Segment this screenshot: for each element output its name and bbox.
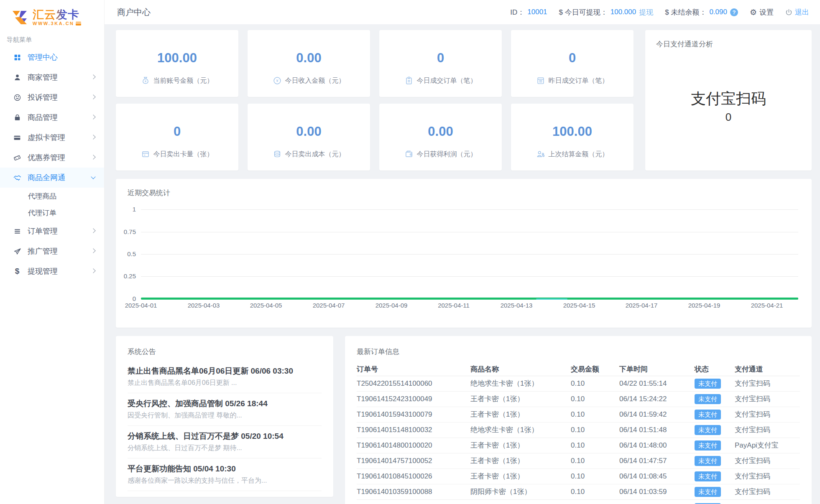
announcement-item[interactable]: 禁止出售商品黑名单06月06日更新 06/06 03:30 禁止出售商品黑名单0… bbox=[128, 361, 322, 393]
logo[interactable]: 汇云发卡 WWW.3KA.CN bbox=[0, 0, 104, 29]
pay-channel-count: 0 bbox=[645, 111, 812, 124]
logo-icon bbox=[10, 8, 29, 27]
table-row: T250422015514100060绝地求生卡密（1张） 0.1004/22 … bbox=[357, 376, 800, 391]
menu-icon bbox=[13, 227, 22, 235]
stat-card-cost-today: 0.00 今日卖出成本（元） bbox=[248, 104, 370, 171]
sidebar-subitem-agent-products[interactable]: 代理商品 bbox=[0, 188, 104, 204]
stat-card-orders-today: 0 今日成交订单（笔） bbox=[379, 30, 502, 97]
sidebar-item-label: 提现管理 bbox=[28, 266, 58, 276]
sidebar-item-orders[interactable]: 订单管理 bbox=[0, 221, 104, 241]
stat-value: 0 bbox=[569, 51, 576, 65]
sidebar-subitem-label: 代理商品 bbox=[28, 191, 56, 201]
unsettled-balance: $ 未结余额： 0.090 ? bbox=[665, 8, 738, 17]
card-icon bbox=[76, 22, 81, 25]
clipboard-icon bbox=[404, 76, 414, 85]
x-tick: 2025-04-05 bbox=[243, 302, 289, 309]
sidebar-item-product-network[interactable]: 商品全网通 bbox=[0, 168, 104, 188]
announcement-item[interactable]: 禁止出售商品黑名单05月01日更新 05/01 10:00 禁止出售商品黑名单0… bbox=[128, 491, 322, 497]
stat-label: 今日收入金额（元） bbox=[285, 76, 345, 85]
stat-label: 今日卖出成本（元） bbox=[285, 150, 345, 159]
latest-orders-panel: 最新订单信息 订单号 商品名称 交易金额 下单时间 状态 支付通道 T25042 bbox=[345, 336, 812, 504]
stat-card-profit-today: 0.00 今日获得利润（元） bbox=[379, 104, 502, 171]
stat-value: 0.00 bbox=[296, 125, 321, 139]
x-tick: 2025-04-07 bbox=[306, 302, 352, 309]
yen-circle-icon: ¥ bbox=[273, 76, 282, 85]
stat-card-cards-sold: 0 今日卖出卡量（张） bbox=[116, 104, 238, 171]
card-out-icon bbox=[141, 150, 150, 159]
status-badge: 未支付 bbox=[695, 379, 721, 389]
sidebar-item-coupons[interactable]: 优惠券管理 bbox=[0, 148, 104, 168]
y-tick: 0.25 bbox=[116, 272, 136, 280]
logo-site: WWW.3KA.CN bbox=[33, 21, 74, 26]
table-row: T190614010359100088阴阳师卡密（1张） 0.1006/14 0… bbox=[357, 484, 800, 499]
latest-orders-title: 最新订单信息 bbox=[357, 347, 800, 356]
sidebar-item-withdrawal[interactable]: $ 提现管理 bbox=[0, 261, 104, 281]
status-badge: 未支付 bbox=[695, 425, 721, 435]
merchant-id-value: 10001 bbox=[527, 8, 547, 16]
chevron-right-icon bbox=[91, 115, 95, 119]
x-tick: 2025-04-13 bbox=[493, 302, 539, 309]
sidebar-item-promotion[interactable]: 推广管理 bbox=[0, 241, 104, 261]
x-tick: 2025-04-17 bbox=[618, 302, 664, 309]
table-row: T190614015148100032绝地求生卡密（1张） 0.1006/14 … bbox=[357, 422, 800, 438]
y-tick: 0 bbox=[116, 295, 136, 302]
withdrawable-balance: $ 今日可提现： 100.000 提现 bbox=[559, 8, 654, 17]
status-badge: 未支付 bbox=[695, 394, 721, 404]
user-icon bbox=[13, 73, 22, 81]
sidebar-item-label: 订单管理 bbox=[28, 226, 58, 236]
settings-button[interactable]: ⚙ 设置 bbox=[750, 8, 774, 17]
nav-section-label: 导航菜单 bbox=[7, 36, 104, 44]
sidebar-subitem-agent-orders[interactable]: 代理订单 bbox=[0, 204, 104, 221]
stat-value: 0 bbox=[174, 125, 181, 139]
pay-channel-title: 今日支付通道分析 bbox=[656, 39, 713, 49]
coupon-icon bbox=[13, 153, 22, 162]
stat-value: 100.00 bbox=[552, 125, 592, 139]
dollar-icon: $ bbox=[13, 267, 22, 275]
handshake-icon bbox=[13, 173, 22, 182]
pay-channel-panel: 今日支付通道分析 支付宝扫码 0 bbox=[645, 30, 812, 171]
sidebar-item-products[interactable]: 商品管理 bbox=[0, 107, 104, 127]
list-doc-icon bbox=[536, 76, 545, 85]
unsettled-value: 0.090 bbox=[709, 8, 727, 16]
page-title: 商户中心 bbox=[117, 7, 151, 18]
x-tick: 2025-04-01 bbox=[118, 302, 164, 309]
withdrawable-value: 100.000 bbox=[611, 8, 636, 16]
stat-label: 今日卖出卡量（张） bbox=[153, 150, 214, 159]
announcement-item[interactable]: 受央行风控、加强商品管制 05/26 18:44 因受央行管制、加强商品管理 尊… bbox=[128, 393, 322, 426]
x-tick: 2025-04-21 bbox=[744, 302, 790, 309]
chevron-right-icon bbox=[91, 248, 95, 253]
gear-icon: ⚙ bbox=[750, 8, 757, 16]
announcement-item[interactable]: 分销系统上线、日过百万不是梦 05/20 10:54 分销系统上线、日过百万不是… bbox=[128, 426, 322, 458]
transactions-chart-panel: 近期交易统计 1 0.75 0.5 0.25 0 2025-04-01 2025… bbox=[116, 179, 812, 328]
sidebar-item-merchants[interactable]: 商家管理 bbox=[0, 67, 104, 87]
sidebar-item-virtual-cards[interactable]: 虚拟卡管理 bbox=[0, 127, 104, 148]
stat-card-balance: 100.00 ¥ 当前账号金额（元） bbox=[116, 30, 238, 97]
bag-icon bbox=[13, 113, 22, 122]
sidebar-item-complaints[interactable]: 投诉管理 bbox=[0, 87, 104, 107]
credit-card-icon bbox=[13, 133, 22, 142]
stat-label: 上次结算金额（元） bbox=[549, 150, 609, 159]
chevron-right-icon bbox=[91, 155, 95, 159]
stat-card-orders-yesterday: 0 昨日成交订单（笔） bbox=[511, 30, 634, 97]
status-badge: 未支付 bbox=[695, 471, 721, 481]
settlement-icon bbox=[536, 150, 545, 159]
x-tick: 2025-04-11 bbox=[431, 302, 477, 309]
merchant-id: ID： 10001 bbox=[510, 8, 547, 17]
sidebar-item-dashboard[interactable]: 管理中心 bbox=[0, 47, 104, 67]
stat-label: 当前账号金额（元） bbox=[153, 76, 214, 85]
withdraw-link[interactable]: 提现 bbox=[639, 8, 653, 17]
chevron-right-icon bbox=[91, 74, 95, 79]
col-time: 下单时间 bbox=[619, 363, 695, 376]
col-order-no: 订单号 bbox=[357, 363, 470, 376]
sidebar-item-label: 商家管理 bbox=[28, 72, 58, 82]
help-icon[interactable]: ? bbox=[730, 8, 738, 16]
stat-value: 100.00 bbox=[157, 51, 197, 65]
x-tick: 2025-04-03 bbox=[181, 302, 227, 309]
logout-button[interactable]: 退出 bbox=[785, 8, 809, 17]
announcement-item[interactable]: 平台更新功能告知 05/04 10:30 感谢各位商家一路以来的支持与信任，平台… bbox=[128, 458, 322, 491]
col-product: 商品名称 bbox=[470, 363, 571, 376]
table-header-row: 订单号 商品名称 交易金额 下单时间 状态 支付通道 bbox=[357, 363, 800, 376]
coins-icon bbox=[273, 150, 282, 159]
gridline bbox=[141, 254, 798, 255]
chart-line bbox=[141, 298, 798, 300]
